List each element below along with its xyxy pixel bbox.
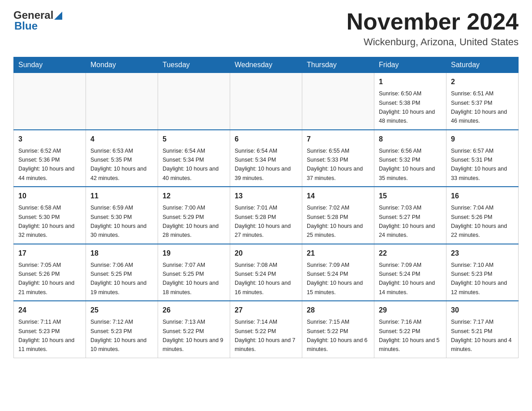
day-number: 10 [18,191,81,201]
day-info: Sunrise: 6:54 AM Sunset: 5:34 PM Dayligh… [163,148,219,181]
page-subtitle: Wickenburg, Arizona, United States [347,36,519,48]
day-number: 5 [163,134,225,145]
calendar-cell: 3Sunrise: 6:52 AM Sunset: 5:36 PM Daylig… [14,130,86,187]
day-info: Sunrise: 6:59 AM Sunset: 5:30 PM Dayligh… [90,205,146,238]
day-info: Sunrise: 7:04 AM Sunset: 5:26 PM Dayligh… [451,205,507,238]
calendar-cell: 17Sunrise: 7:05 AM Sunset: 5:26 PM Dayli… [14,244,86,301]
day-number: 18 [90,248,153,259]
calendar-cell: 29Sunrise: 7:16 AM Sunset: 5:22 PM Dayli… [374,301,446,358]
day-number: 13 [235,191,297,201]
day-info: Sunrise: 6:54 AM Sunset: 5:34 PM Dayligh… [235,148,291,181]
calendar-cell: 20Sunrise: 7:08 AM Sunset: 5:24 PM Dayli… [230,244,302,301]
calendar-day-header: Sunday [14,57,86,73]
day-number: 30 [451,305,514,316]
svg-marker-0 [54,12,62,20]
page-title: November 2024 [347,9,519,34]
day-number: 7 [307,134,369,145]
calendar-cell: 19Sunrise: 7:07 AM Sunset: 5:25 PM Dayli… [158,244,230,301]
day-info: Sunrise: 6:57 AM Sunset: 5:31 PM Dayligh… [451,148,507,181]
day-number: 16 [451,191,514,201]
day-info: Sunrise: 7:09 AM Sunset: 5:24 PM Dayligh… [379,262,435,295]
day-number: 12 [163,191,225,201]
day-number: 26 [163,305,225,316]
day-number: 19 [163,248,225,259]
calendar-cell: 7Sunrise: 6:55 AM Sunset: 5:33 PM Daylig… [302,130,374,187]
logo-blue-text: Blue [14,20,38,32]
day-number: 22 [379,248,442,259]
day-info: Sunrise: 7:14 AM Sunset: 5:22 PM Dayligh… [235,319,296,352]
calendar-cell: 12Sunrise: 7:00 AM Sunset: 5:29 PM Dayli… [158,187,230,244]
calendar-cell: 22Sunrise: 7:09 AM Sunset: 5:24 PM Dayli… [374,244,446,301]
calendar-week-row: 17Sunrise: 7:05 AM Sunset: 5:26 PM Dayli… [14,244,519,301]
day-info: Sunrise: 7:01 AM Sunset: 5:28 PM Dayligh… [235,205,291,238]
calendar-cell: 25Sunrise: 7:12 AM Sunset: 5:23 PM Dayli… [86,301,158,358]
calendar-cell: 13Sunrise: 7:01 AM Sunset: 5:28 PM Dayli… [230,187,302,244]
calendar-cell: 8Sunrise: 6:56 AM Sunset: 5:32 PM Daylig… [374,130,446,187]
header: General Blue November 2024 Wickenburg, A… [13,9,519,48]
calendar-cell: 15Sunrise: 7:03 AM Sunset: 5:27 PM Dayli… [374,187,446,244]
day-number: 23 [451,248,514,259]
calendar-cell: 14Sunrise: 7:02 AM Sunset: 5:28 PM Dayli… [302,187,374,244]
calendar-day-header: Thursday [302,57,374,73]
day-info: Sunrise: 7:02 AM Sunset: 5:28 PM Dayligh… [307,205,363,238]
day-info: Sunrise: 7:12 AM Sunset: 5:23 PM Dayligh… [90,319,146,352]
calendar-cell: 21Sunrise: 7:09 AM Sunset: 5:24 PM Dayli… [302,244,374,301]
day-number: 29 [379,305,442,316]
calendar-day-header: Tuesday [158,57,230,73]
day-info: Sunrise: 7:09 AM Sunset: 5:24 PM Dayligh… [307,262,363,295]
day-number: 6 [235,134,297,145]
day-info: Sunrise: 6:53 AM Sunset: 5:35 PM Dayligh… [90,148,146,181]
day-info: Sunrise: 7:10 AM Sunset: 5:23 PM Dayligh… [451,262,507,295]
day-info: Sunrise: 7:16 AM Sunset: 5:22 PM Dayligh… [379,319,440,352]
day-info: Sunrise: 6:55 AM Sunset: 5:33 PM Dayligh… [307,148,363,181]
calendar-cell: 11Sunrise: 6:59 AM Sunset: 5:30 PM Dayli… [86,187,158,244]
calendar-cell: 10Sunrise: 6:58 AM Sunset: 5:30 PM Dayli… [14,187,86,244]
calendar-cell: 9Sunrise: 6:57 AM Sunset: 5:31 PM Daylig… [446,130,519,187]
logo: General Blue [13,9,62,32]
day-info: Sunrise: 6:52 AM Sunset: 5:36 PM Dayligh… [18,148,74,181]
calendar-table: SundayMondayTuesdayWednesdayThursdayFrid… [13,57,519,358]
calendar-day-header: Friday [374,57,446,73]
day-number: 25 [90,305,153,316]
calendar-cell [302,73,374,130]
calendar-cell: 28Sunrise: 7:15 AM Sunset: 5:22 PM Dayli… [302,301,374,358]
day-info: Sunrise: 6:50 AM Sunset: 5:38 PM Dayligh… [379,90,435,124]
calendar-day-header: Monday [86,57,158,73]
day-info: Sunrise: 7:05 AM Sunset: 5:26 PM Dayligh… [18,262,74,295]
day-info: Sunrise: 7:03 AM Sunset: 5:27 PM Dayligh… [379,205,435,238]
calendar-cell: 26Sunrise: 7:13 AM Sunset: 5:22 PM Dayli… [158,301,230,358]
day-number: 8 [379,134,442,145]
calendar-week-row: 1Sunrise: 6:50 AM Sunset: 5:38 PM Daylig… [14,73,519,130]
calendar-week-row: 24Sunrise: 7:11 AM Sunset: 5:23 PM Dayli… [14,301,519,358]
calendar-cell: 16Sunrise: 7:04 AM Sunset: 5:26 PM Dayli… [446,187,519,244]
calendar-week-row: 3Sunrise: 6:52 AM Sunset: 5:36 PM Daylig… [14,130,519,187]
day-info: Sunrise: 7:17 AM Sunset: 5:21 PM Dayligh… [451,319,512,352]
day-number: 20 [235,248,297,259]
calendar-cell: 18Sunrise: 7:06 AM Sunset: 5:25 PM Dayli… [86,244,158,301]
day-info: Sunrise: 6:56 AM Sunset: 5:32 PM Dayligh… [379,148,435,181]
logo-triangle-icon [54,12,62,20]
calendar-cell: 24Sunrise: 7:11 AM Sunset: 5:23 PM Dayli… [14,301,86,358]
day-info: Sunrise: 7:08 AM Sunset: 5:24 PM Dayligh… [235,262,291,295]
title-area: November 2024 Wickenburg, Arizona, Unite… [347,9,519,48]
calendar-day-header: Wednesday [230,57,302,73]
day-number: 2 [451,77,514,87]
day-info: Sunrise: 6:58 AM Sunset: 5:30 PM Dayligh… [18,205,74,238]
calendar-cell: 30Sunrise: 7:17 AM Sunset: 5:21 PM Dayli… [446,301,519,358]
day-info: Sunrise: 7:15 AM Sunset: 5:22 PM Dayligh… [307,319,368,352]
calendar-day-header: Saturday [446,57,519,73]
day-info: Sunrise: 6:51 AM Sunset: 5:37 PM Dayligh… [451,90,507,124]
day-number: 21 [307,248,369,259]
day-number: 11 [90,191,153,201]
day-number: 9 [451,134,514,145]
day-number: 1 [379,77,442,87]
calendar-cell: 4Sunrise: 6:53 AM Sunset: 5:35 PM Daylig… [86,130,158,187]
day-info: Sunrise: 7:07 AM Sunset: 5:25 PM Dayligh… [163,262,219,295]
day-info: Sunrise: 7:11 AM Sunset: 5:23 PM Dayligh… [18,319,74,352]
day-number: 24 [18,305,81,316]
day-number: 15 [379,191,442,201]
day-number: 3 [18,134,81,145]
calendar-cell: 27Sunrise: 7:14 AM Sunset: 5:22 PM Dayli… [230,301,302,358]
calendar-cell: 5Sunrise: 6:54 AM Sunset: 5:34 PM Daylig… [158,130,230,187]
calendar-cell [14,73,86,130]
